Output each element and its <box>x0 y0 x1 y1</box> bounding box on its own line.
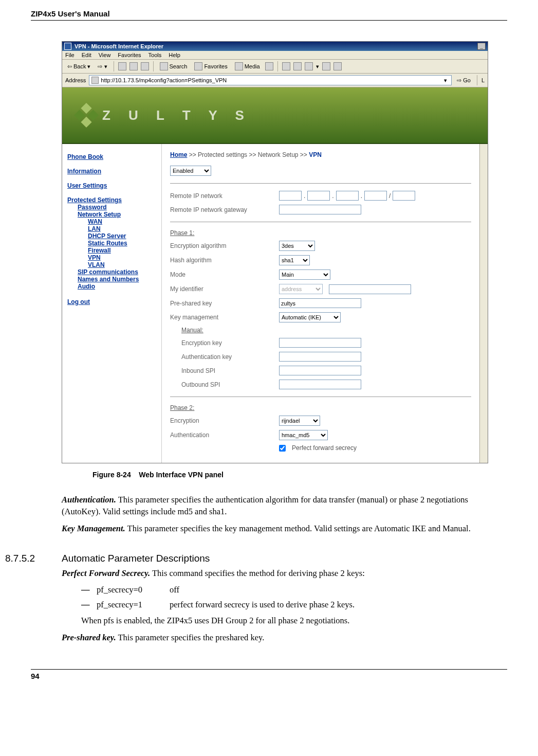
authentication-paragraph: Authentication. This parameter specifies… <box>62 494 502 518</box>
back-button[interactable]: ⇦ Back ▾ <box>65 63 92 70</box>
list-item: —pf_secrecy=0off <box>81 584 502 596</box>
menu-help[interactable]: Help <box>169 52 180 58</box>
links-label[interactable]: L <box>481 77 485 83</box>
option-key: pf_secrecy=1 <box>97 599 163 611</box>
sidebar-phone-book[interactable]: Phone Book <box>67 153 156 160</box>
ie-menubar: File Edit View Favorites Tools Help <box>62 51 488 60</box>
cidr-slash: / <box>389 192 391 200</box>
sidebar-wan[interactable]: WAN <box>88 218 156 225</box>
research-icon[interactable] <box>333 62 342 70</box>
address-label: Address <box>65 77 86 83</box>
menu-file[interactable]: File <box>65 52 75 58</box>
manual-heading: Manual: <box>170 327 471 334</box>
enabled-select[interactable]: Enabled <box>170 166 211 176</box>
sidebar-audio[interactable]: Audio <box>78 283 156 290</box>
outbound-spi-label: Outbound SPI <box>170 381 273 388</box>
section-heading: 8.7.5.2Automatic Parameter Descriptions <box>62 552 502 565</box>
enc-key-input[interactable] <box>279 338 361 348</box>
section-title: Automatic Parameter Descriptions <box>62 553 210 564</box>
pfs-checkbox[interactable] <box>279 445 286 452</box>
sidebar-user-settings[interactable]: User Settings <box>67 182 156 189</box>
figure-text: Web Interface VPN panel <box>139 471 224 479</box>
forward-button[interactable]: ⇨ ▾ <box>96 63 109 70</box>
sidebar-nav: Phone Book Information User Settings Pro… <box>62 144 162 463</box>
remote-ip-oct2[interactable] <box>307 191 330 201</box>
menu-tools[interactable]: Tools <box>149 52 162 58</box>
zultys-mark-icon <box>74 103 99 128</box>
remote-ip-mask[interactable] <box>393 191 415 201</box>
search-icon <box>160 62 168 70</box>
key-mgmt-select[interactable]: Automatic (IKE) <box>279 312 341 322</box>
sidebar-dhcp-server[interactable]: DHCP Server <box>88 232 156 240</box>
address-dropdown-icon[interactable]: ▾ <box>441 77 449 84</box>
mode-select[interactable]: Main <box>279 269 330 280</box>
refresh-icon[interactable] <box>129 62 138 70</box>
sidebar-sip[interactable]: SIP communications <box>78 268 156 276</box>
enc-alg-select[interactable]: 3des <box>279 241 315 251</box>
menu-favorites[interactable]: Favorites <box>118 52 141 58</box>
vertical-scrollbar[interactable] <box>479 144 488 463</box>
remote-ip-oct3[interactable] <box>336 191 359 201</box>
favorites-button[interactable]: Favorites <box>192 62 229 71</box>
remote-ip-input: . . . / <box>279 191 415 201</box>
remote-ip-oct1[interactable] <box>279 191 302 201</box>
menu-edit[interactable]: Edit <box>82 52 91 58</box>
psk-input[interactable] <box>279 298 361 308</box>
minimize-button[interactable]: _ <box>477 43 486 50</box>
print-icon[interactable] <box>293 62 302 70</box>
remote-ip-oct4[interactable] <box>364 191 387 201</box>
browser-viewport: Z U L T Y S Phone Book Information User … <box>62 87 488 463</box>
sidebar-vpn[interactable]: VPN <box>88 254 156 261</box>
discuss-icon[interactable] <box>322 62 330 70</box>
window-title: VPN - Microsoft Internet Explorer <box>75 43 163 49</box>
figure-label: Figure 8-24 <box>92 471 131 479</box>
enc2-label: Encryption <box>170 417 273 424</box>
remote-gw-label: Remote IP network gateway <box>170 206 273 213</box>
main-pane: Home >> Protected settings >> Network Se… <box>162 144 479 463</box>
psk-label: Pre-shared key <box>170 300 273 307</box>
sidebar-log-out[interactable]: Log out <box>67 298 156 305</box>
option-key: pf_secrecy=0 <box>97 584 163 596</box>
sidebar-information[interactable]: Information <box>67 168 156 175</box>
page-footer: 94 <box>31 669 507 680</box>
hash-alg-select[interactable]: sha1 <box>279 255 310 265</box>
auth-key-input[interactable] <box>279 352 361 362</box>
enc2-select[interactable]: rijndael <box>279 416 320 426</box>
sidebar-names-numbers[interactable]: Names and Numbers <box>78 276 156 283</box>
my-id-input[interactable] <box>329 284 411 294</box>
auth2-select[interactable]: hmac_md5 <box>279 430 328 440</box>
search-button[interactable]: Search <box>158 62 190 71</box>
remote-gw-input[interactable] <box>279 205 361 214</box>
go-button[interactable]: ⇨Go <box>455 77 473 84</box>
outbound-spi-input[interactable] <box>279 380 361 389</box>
inbound-spi-label: Inbound SPI <box>170 367 273 374</box>
ie-titlebar: VPN - Microsoft Internet Explorer _ <box>62 42 488 51</box>
phase1-heading: Phase 1: <box>170 229 471 237</box>
breadcrumb-home[interactable]: Home <box>170 151 187 158</box>
sidebar-static-routes[interactable]: Static Routes <box>88 240 156 247</box>
media-icon <box>235 62 243 70</box>
key-management-paragraph: Key Management. This parameter specifies… <box>62 523 502 535</box>
media-button[interactable]: Media <box>233 62 262 71</box>
word-icon[interactable] <box>305 62 313 70</box>
history-icon[interactable] <box>265 62 273 70</box>
address-input[interactable]: http://10.1.73.5/mp4config?action=PSetti… <box>89 75 452 85</box>
stop-icon[interactable] <box>118 62 126 70</box>
mail-icon[interactable] <box>282 62 290 70</box>
sidebar-password[interactable]: Password <box>78 204 156 211</box>
remote-ip-label: Remote IP network <box>170 192 273 200</box>
option-value: off <box>170 584 179 596</box>
home-icon[interactable] <box>141 62 149 70</box>
sidebar-network-setup[interactable]: Network Setup <box>78 211 156 218</box>
ie-logo-icon <box>64 43 71 50</box>
inbound-spi-input[interactable] <box>279 366 361 375</box>
menu-view[interactable]: View <box>99 52 111 58</box>
sidebar-protected-settings[interactable]: Protected Settings <box>67 196 156 204</box>
sidebar-vlan[interactable]: VLAN <box>88 261 156 268</box>
list-item: —pf_secrecy=1perfect forward secrecy is … <box>81 599 502 611</box>
sidebar-lan[interactable]: LAN <box>88 225 156 232</box>
option-value: perfect forward secrecy is used to deriv… <box>170 599 355 611</box>
pfs-label: Perfect forward secrecy <box>292 444 357 452</box>
sidebar-firewall[interactable]: Firewall <box>88 247 156 254</box>
phase2-heading: Phase 2: <box>170 404 471 411</box>
